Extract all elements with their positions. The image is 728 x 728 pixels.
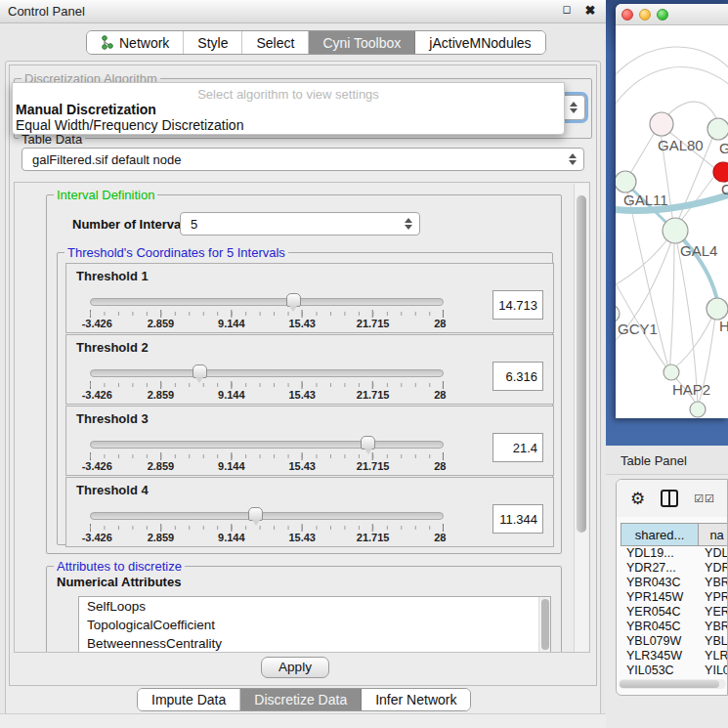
checkbox-icons[interactable]: ☑☑: [694, 492, 715, 505]
threshold-1-slider[interactable]: [90, 298, 444, 306]
table-row[interactable]: YDL19...YDL1: [621, 546, 728, 561]
threshold-1-card: Threshold 1 -3.426 2.859 9.144 15.43 21.…: [65, 263, 554, 333]
zoom-traffic-light-icon[interactable]: [657, 9, 668, 21]
tab-infer-network[interactable]: Infer Network: [362, 689, 470, 710]
tick-label: 28: [434, 532, 446, 543]
tab-style[interactable]: Style: [184, 31, 242, 54]
attributes-list-scrollbar[interactable]: [538, 597, 550, 652]
table-row[interactable]: YDR27...YDR2: [621, 561, 728, 576]
cell[interactable]: YBR0: [699, 620, 728, 634]
node-h[interactable]: [707, 298, 728, 320]
number-of-intervals-label: Number of Intervals: [72, 217, 192, 232]
node-top-right[interactable]: [707, 118, 728, 140]
threshold-1-slider-thumb[interactable]: [286, 293, 301, 307]
dropdown-prompt-item[interactable]: Select algorithm to view settings: [13, 83, 564, 102]
table-row[interactable]: YBL079WYBL0: [621, 634, 728, 649]
close-window-icon[interactable]: ✖: [582, 3, 598, 18]
panel-title: Control Panel: [8, 4, 85, 19]
tab-cyni-toolbox[interactable]: Cyni Toolbox: [309, 31, 415, 54]
scrollbar-thumb[interactable]: [577, 195, 586, 533]
node-hap2[interactable]: [664, 364, 679, 380]
combo-arrows-icon: [569, 153, 577, 165]
minimize-traffic-light-icon[interactable]: [639, 9, 651, 21]
table-row[interactable]: YBR045CYBR0: [621, 620, 728, 634]
tab-jactivemnodules[interactable]: jActiveMNodules: [415, 31, 544, 54]
network-icon: [101, 35, 114, 50]
gear-icon[interactable]: ⚙: [630, 491, 645, 507]
scrollbar-thumb[interactable]: [620, 680, 719, 688]
close-traffic-light-icon[interactable]: [621, 9, 633, 21]
cell[interactable]: YBR045C: [621, 620, 699, 634]
tab-discretize-data[interactable]: Discretize Data: [240, 689, 362, 710]
slider-ticks: [90, 452, 444, 460]
node-label: GAL80: [658, 137, 704, 153]
cell[interactable]: YBL079W: [621, 634, 699, 649]
dropdown-option-manual-discretization[interactable]: Manual Discretization: [13, 102, 564, 117]
table-row[interactable]: YPR145WYPR1: [621, 590, 728, 605]
node-bottom-partial[interactable]: [690, 402, 706, 417]
threshold-1-value-field[interactable]: 14.713: [492, 290, 543, 320]
threshold-2-slider-thumb[interactable]: [193, 364, 207, 378]
tab-network[interactable]: Network: [87, 31, 184, 54]
cell[interactable]: YPR1: [699, 590, 728, 605]
threshold-3-value-field[interactable]: 21.4: [492, 433, 543, 462]
cell[interactable]: YDL1: [699, 546, 728, 561]
cell[interactable]: YBR0: [699, 576, 728, 590]
network-canvas[interactable]: GAL80 GA C GAL11 GAL4 H GCY1 HAP2: [616, 25, 728, 418]
list-item[interactable]: BetweennessCentrality: [79, 634, 550, 653]
cell[interactable]: YDR2: [699, 561, 728, 576]
cell[interactable]: YDL19...: [621, 546, 699, 561]
number-of-intervals-combobox[interactable]: 5: [180, 212, 420, 236]
tick-label: 15.43: [288, 318, 316, 329]
threshold-4-value-field[interactable]: 11.344: [492, 504, 543, 534]
column-header-name[interactable]: na: [699, 523, 728, 546]
cell[interactable]: YER054C: [621, 605, 699, 620]
tick-label: -3.426: [82, 318, 112, 329]
node-label: H: [719, 318, 728, 334]
settings-vertical-scrollbar[interactable]: [574, 184, 588, 653]
table-row[interactable]: YLR345WYLR3: [621, 649, 728, 664]
cell[interactable]: YDR27...: [621, 561, 699, 576]
float-window-icon[interactable]: ◻: [559, 3, 575, 18]
list-item[interactable]: SelfLoops: [79, 597, 550, 616]
tab-label: jActiveMNodules: [429, 35, 531, 51]
cell[interactable]: YER0: [699, 605, 728, 620]
algorithm-dropdown-popup: Select algorithm to view settings Manual…: [12, 82, 565, 135]
node-red-selected[interactable]: [713, 162, 728, 182]
column-header-shared[interactable]: shared...: [621, 523, 699, 546]
threshold-2-value-field[interactable]: 6.316: [492, 362, 543, 391]
cell[interactable]: YBL0: [699, 634, 728, 649]
slider-tick-labels: -3.426 2.859 9.144 15.43 21.715 28: [90, 460, 444, 472]
threshold-4-slider[interactable]: [90, 512, 444, 520]
apply-button[interactable]: Apply: [261, 657, 329, 678]
cell[interactable]: YIL053C: [621, 664, 699, 678]
threshold-3-slider-thumb[interactable]: [361, 436, 375, 450]
table-data-combobox-value: galFiltered.sif default node: [32, 152, 181, 167]
tab-select[interactable]: Select: [242, 31, 309, 54]
cell[interactable]: YLR345W: [621, 649, 699, 664]
threshold-4-slider-thumb[interactable]: [248, 507, 263, 521]
table-row[interactable]: YER054CYER0: [621, 605, 728, 620]
tab-impute-data[interactable]: Impute Data: [138, 689, 240, 710]
cell[interactable]: YIL0: [699, 664, 728, 678]
node-gal80[interactable]: [650, 112, 673, 136]
node-gal11[interactable]: [616, 171, 636, 193]
table-data-combobox[interactable]: galFiltered.sif default node: [21, 148, 584, 171]
table-horizontal-scrollbar[interactable]: [619, 679, 726, 689]
tick-label: 15.43: [288, 532, 316, 543]
numerical-attributes-list[interactable]: SelfLoops TopologicalCoefficient Between…: [78, 596, 551, 653]
table-panel-container: ⚙ ☑☑ shared... na YDL19...YDL1 YDR27...Y…: [616, 479, 728, 696]
cell[interactable]: YLR3: [699, 649, 728, 664]
node-gal4[interactable]: [663, 218, 688, 243]
threshold-2-slider[interactable]: [90, 369, 444, 377]
threshold-3-slider[interactable]: [90, 441, 444, 449]
table-row[interactable]: YBR043CYBR0: [621, 576, 728, 590]
table-row[interactable]: YIL053CYIL0: [621, 664, 728, 678]
cell[interactable]: YPR145W: [621, 590, 699, 605]
tab-label: Infer Network: [375, 692, 456, 707]
node-label: GAL4: [680, 242, 717, 259]
list-item[interactable]: TopologicalCoefficient: [79, 616, 550, 634]
cell[interactable]: YBR043C: [621, 576, 699, 590]
column-layout-icon[interactable]: [661, 490, 678, 507]
dropdown-option-equal-width[interactable]: Equal Width/Frequency Discretization: [13, 117, 564, 133]
